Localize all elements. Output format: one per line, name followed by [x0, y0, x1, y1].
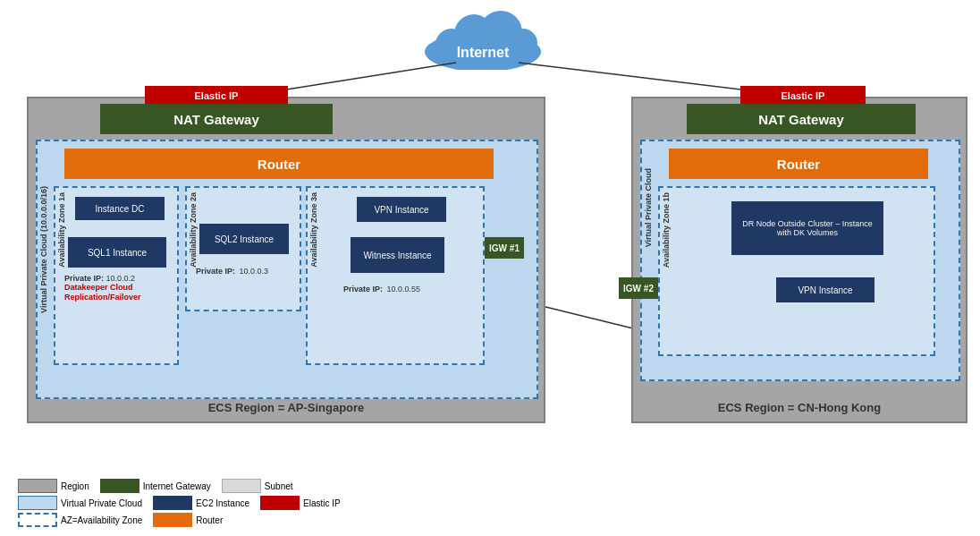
legend-region-color [18, 479, 57, 493]
replication-label: Replication/Failover [64, 293, 172, 302]
internet-cloud: Internet [411, 7, 554, 73]
left-elastic-ip: Elastic IP [145, 86, 288, 106]
az2a-box: Availability Zone 2a SQL2 Instance Priva… [185, 186, 301, 311]
svg-text:Internet: Internet [457, 45, 510, 60]
sql1-ip-container: Private IP: 10.0.0.2 Datakeeper Cloud Re… [64, 274, 172, 302]
legend-ec2-color [153, 496, 192, 510]
sql2-instance: SQL2 Instance [199, 224, 289, 254]
az3a-box: Availability Zone 3a VPN Instance Witnes… [306, 186, 485, 365]
sql1-instance: SQL1 Instance [68, 237, 166, 268]
right-elastic-ip: Elastic IP [740, 86, 866, 106]
left-nat-gateway: NAT Gateway [100, 104, 333, 134]
left-vpc: Virtual Private Cloud (10.0.0.0/16) Rout… [36, 140, 538, 399]
az1b-box: Availability Zone 1b DR Node Outside Clu… [658, 186, 935, 356]
legend-row-2: Virtual Private Cloud EC2 Instance Elast… [18, 496, 341, 510]
legend-row-3: AZ=Availability Zone Router [18, 513, 341, 527]
az1a-box: Availability Zone 1a Instance DC SQL1 In… [54, 186, 179, 365]
right-vpn-instance: VPN Instance [776, 277, 874, 302]
legend-internet-gateway: Internet Gateway [100, 479, 211, 493]
right-region-label: ECS Region = CN-Hong Kong [633, 401, 966, 414]
diagram-container: Internet [0, 0, 980, 536]
legend: Region Internet Gateway Subnet Virtual P… [18, 479, 341, 527]
sql2-ip-container: Private IP: 10.0.0.3 [196, 261, 268, 277]
instance-dc: Instance DC [75, 197, 165, 220]
legend-ec2: EC2 Instance [153, 496, 249, 510]
right-vpc: Virtual Private Cloud Router Availabilit… [640, 140, 960, 381]
legend-region: Region [18, 479, 89, 493]
left-vpn-instance: VPN Instance [357, 197, 446, 222]
dr-node-instance: DR Node Outside Cluster – Instance with … [731, 201, 883, 255]
witness-instance: Witness Instance [351, 237, 444, 273]
left-region-label: ECS Region = AP-Singapore [29, 401, 544, 414]
left-vpc-label: Virtual Private Cloud (10.0.0.0/16) [39, 186, 48, 313]
right-nat-gateway: NAT Gateway [687, 104, 916, 134]
svg-line-18 [535, 304, 644, 331]
az2a-label: Availability Zone 2a [189, 192, 198, 268]
legend-az: AZ=Availability Zone [18, 513, 142, 527]
igw2-box: IGW #2 [619, 277, 658, 299]
left-router: Router [64, 149, 494, 179]
legend-vpc-color [18, 496, 57, 510]
legend-router: Router [153, 513, 223, 527]
legend-subnet: Subnet [222, 479, 293, 493]
az3a-label: Availability Zone 3a [309, 192, 318, 268]
left-region: Elastic IP NAT Gateway Virtual Private C… [27, 97, 545, 423]
right-vpc-label: Virtual Private Cloud [644, 168, 653, 247]
legend-vpc: Virtual Private Cloud [18, 496, 142, 510]
svg-point-4 [509, 29, 537, 57]
right-router: Router [669, 149, 928, 179]
datakeeper-label: Datakeeper Cloud [64, 283, 172, 293]
legend-router-color [153, 513, 192, 527]
witness-ip-container: Private IP: 10.0.0.55 [343, 279, 420, 295]
legend-igw-color [100, 479, 139, 493]
legend-row-1: Region Internet Gateway Subnet [18, 479, 341, 493]
legend-eip-color [260, 496, 300, 510]
legend-elastic-ip: Elastic IP [260, 496, 341, 510]
az1b-label: Availability Zone 1b [662, 192, 671, 268]
az1a-label: Availability Zone 1a [57, 192, 66, 268]
sql1-ip-label: Private IP: 10.0.0.2 [64, 274, 172, 283]
igw1-box: IGW #1 [485, 237, 524, 259]
right-region: Elastic IP NAT Gateway Virtual Private C… [631, 97, 967, 423]
legend-az-color [18, 513, 57, 527]
legend-subnet-color [222, 479, 261, 493]
